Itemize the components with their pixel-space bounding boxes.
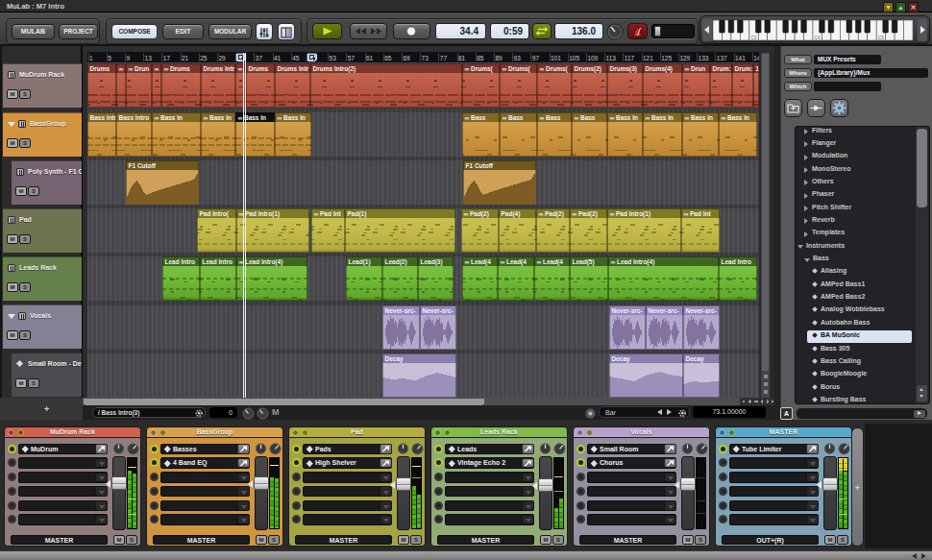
svg-text:∞ Pad(2): ∞ Pad(2) <box>539 210 564 218</box>
svg-text:53: 53 <box>330 55 337 61</box>
svg-text:Lead(3): Lead(3) <box>421 258 443 266</box>
svg-text:133: 133 <box>699 55 709 61</box>
svg-text:Never-src-: Never-src- <box>649 307 679 314</box>
svg-text:93: 93 <box>514 55 522 61</box>
svg-text:∞ Drums(: ∞ Drums( <box>540 65 569 73</box>
svg-text:∞ Bass In: ∞ Bass In <box>278 114 307 121</box>
svg-text:41: 41 <box>274 55 282 61</box>
svg-text:9: 9 <box>126 55 130 61</box>
svg-text:F1 Cutoff: F1 Cutoff <box>129 162 157 169</box>
svg-text:Drums Intr: Drums Intr <box>204 65 235 72</box>
svg-text:97: 97 <box>532 55 540 61</box>
svg-text:F1 Cutoff: F1 Cutoff <box>466 162 494 169</box>
svg-text:∞ Bass: ∞ Bass <box>540 114 561 121</box>
svg-text:Never-src-: Never-src- <box>385 307 416 314</box>
svg-text:∞ Bass: ∞ Bass <box>465 114 486 121</box>
svg-text:117: 117 <box>625 55 635 61</box>
svg-text:∞ Pad Int: ∞ Pad Int <box>684 210 712 217</box>
svg-text:37: 37 <box>256 55 263 61</box>
svg-text:85: 85 <box>477 55 484 61</box>
svg-text:Lead(1): Lead(1) <box>349 258 371 266</box>
svg-text:141: 141 <box>735 55 746 61</box>
svg-text:∞ Drun: ∞ Drun <box>685 65 706 72</box>
svg-text:Lead Intro: Lead Intro <box>165 258 195 265</box>
svg-text:129: 129 <box>679 55 690 61</box>
svg-text:Drums(3): Drums(3) <box>610 65 638 73</box>
svg-text:113: 113 <box>606 55 617 61</box>
svg-text:Decay: Decay <box>686 355 705 363</box>
svg-text:25: 25 <box>200 55 208 61</box>
svg-text:81: 81 <box>458 55 466 61</box>
svg-text:1: 1 <box>89 55 93 61</box>
svg-text:Never-src-: Never-src- <box>686 307 717 314</box>
svg-text:73: 73 <box>422 55 429 61</box>
svg-text:∞ Bass In: ∞ Bass In <box>204 114 233 121</box>
svg-text:Pad(1): Pad(1) <box>348 210 367 218</box>
svg-text:∞ Bass In: ∞ Bass In <box>722 114 750 121</box>
svg-text:21: 21 <box>182 55 189 61</box>
svg-text:Decay: Decay <box>612 355 631 363</box>
svg-text:∞ Lead(4: ∞ Lead(4 <box>501 258 527 266</box>
svg-text:Pad(4): Pad(4) <box>502 210 521 218</box>
svg-text:∞ Drums(: ∞ Drums( <box>465 65 494 73</box>
svg-text:Drum:: Drum: <box>713 65 731 72</box>
svg-text:Drums Intro(2): Drums Intro(2) <box>313 65 356 73</box>
svg-text:Decay: Decay <box>385 355 405 363</box>
svg-text:∞ Pad Intro(1): ∞ Pad Intro(1) <box>610 210 651 218</box>
svg-text:Lead(2): Lead(2) <box>385 258 407 266</box>
svg-text:Bass Intro: Bass Intro <box>119 114 150 121</box>
svg-text:61: 61 <box>366 55 374 61</box>
svg-text:29: 29 <box>218 55 226 61</box>
svg-text:Lead Intro: Lead Intro <box>203 258 233 265</box>
svg-text:∞ Pad Int: ∞ Pad Int <box>314 210 342 217</box>
svg-text:∞ Lead Intro(4): ∞ Lead Intro(4) <box>611 258 655 266</box>
svg-text:∞ Pad(2): ∞ Pad(2) <box>573 210 598 218</box>
svg-text:Drum:: Drum: <box>735 65 753 72</box>
svg-text:∞ Bass In: ∞ Bass In <box>610 114 639 121</box>
svg-text:Pad Intro(: Pad Intro( <box>200 210 230 218</box>
svg-text:Drums: Drums <box>249 65 269 72</box>
svg-text:∞ Lead(4: ∞ Lead(4 <box>537 258 564 266</box>
svg-text:∞ Pad Intro(1): ∞ Pad Intro(1) <box>239 210 281 218</box>
svg-text:∞ Bass In: ∞ Bass In <box>155 114 184 121</box>
svg-text:∞ Pad(2): ∞ Pad(2) <box>464 210 489 218</box>
svg-text:57: 57 <box>348 55 356 61</box>
svg-text:C4: C4 <box>815 36 821 40</box>
svg-text:125: 125 <box>661 55 672 61</box>
svg-text:Never-src-: Never-src- <box>612 307 643 314</box>
svg-text:Lead(5): Lead(5) <box>573 258 595 266</box>
svg-text:∞: ∞ <box>119 65 124 72</box>
svg-text:77: 77 <box>440 55 448 61</box>
svg-text:∞ Lead(4: ∞ Lead(4 <box>465 258 492 266</box>
svg-text:17: 17 <box>163 55 171 61</box>
svg-text:101: 101 <box>551 55 561 61</box>
svg-text:∞ Bass: ∞ Bass <box>575 114 596 121</box>
svg-text:89: 89 <box>495 55 503 61</box>
svg-text:∞ Drun: ∞ Drun <box>129 65 150 72</box>
svg-text:Drums: Drums <box>90 65 110 72</box>
svg-text:C3: C3 <box>751 36 757 40</box>
svg-text:C5: C5 <box>878 36 884 40</box>
svg-text:109: 109 <box>587 55 598 61</box>
svg-text:105: 105 <box>569 55 579 61</box>
svg-text:∞: ∞ <box>238 65 243 72</box>
svg-text:∞ Bass In: ∞ Bass In <box>646 114 674 121</box>
svg-text:Lead Intro: Lead Intro <box>722 258 751 265</box>
svg-text:∞ Drums(: ∞ Drums( <box>503 65 531 73</box>
svg-text:137: 137 <box>717 55 727 61</box>
svg-text:121: 121 <box>643 55 653 61</box>
svg-text:Drums(4): Drums(4) <box>646 65 674 73</box>
svg-text:∞ Bass In: ∞ Bass In <box>238 114 267 121</box>
svg-text:65: 65 <box>384 55 392 61</box>
svg-text:Drums(2): Drums(2) <box>575 65 602 73</box>
svg-text:Never-src-: Never-src- <box>423 307 454 314</box>
svg-text:13: 13 <box>145 55 153 61</box>
svg-text:∞ Drums: ∞ Drums <box>164 65 190 72</box>
svg-text:∞ Bass In: ∞ Bass In <box>685 114 714 121</box>
svg-text:45: 45 <box>292 55 300 61</box>
svg-text:5: 5 <box>108 55 111 61</box>
svg-text:∞: ∞ <box>155 65 159 72</box>
svg-text:69: 69 <box>403 55 410 61</box>
svg-text:∞ Bass: ∞ Bass <box>503 114 524 121</box>
svg-text:Drums Intr: Drums Intr <box>278 65 309 72</box>
